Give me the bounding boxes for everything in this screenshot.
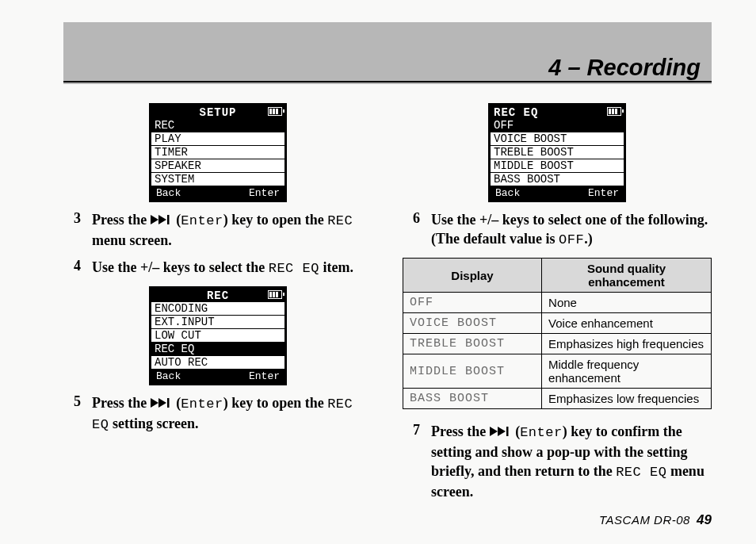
page-number: 49 xyxy=(697,512,712,527)
fast-forward-icon xyxy=(151,211,173,230)
step-4: 4 Use the +/– keys to select the REC EQ … xyxy=(63,258,372,278)
lcd-item: SYSTEM xyxy=(151,173,284,186)
step-body: Press the (Enter) key to open the REC EQ… xyxy=(92,393,372,435)
svg-rect-5 xyxy=(167,398,170,408)
battery-icon xyxy=(268,290,282,299)
svg-rect-2 xyxy=(167,215,170,224)
cell-desc: Emphasizes low frequencies xyxy=(542,389,712,409)
page-footer: TASCAM DR-08 49 xyxy=(599,512,712,528)
fast-forward-icon xyxy=(490,423,512,442)
table-row: OFFNone xyxy=(403,293,712,313)
step-body: Use the +/– keys to select the REC EQ it… xyxy=(92,258,372,278)
section-banner: 4 – Recording xyxy=(63,22,712,84)
lcd-enter: Enter xyxy=(249,188,280,198)
cell-display: OFF xyxy=(403,293,542,313)
th-desc: Sound quality enhancement xyxy=(542,259,712,293)
lcd-footer: Back Enter xyxy=(491,186,624,200)
cell-desc: None xyxy=(542,293,712,313)
step-6: 6 Use the +/– keys to select one of the … xyxy=(403,210,712,250)
section-title: 4 – Recording xyxy=(548,55,701,81)
step-7: 7 Press the (Enter) key to confirm the s… xyxy=(403,422,712,501)
cell-display: BASS BOOST xyxy=(403,389,542,409)
svg-marker-4 xyxy=(158,398,166,408)
lcd-header: SETUP xyxy=(151,105,284,119)
step-number: 6 xyxy=(403,210,420,250)
table-row: MIDDLE BOOSTMiddle frequency enhancement xyxy=(403,354,712,389)
step-number: 7 xyxy=(403,422,420,501)
battery-icon xyxy=(607,107,621,116)
lcd-item: TREBLE BOOST xyxy=(491,146,624,159)
step-number: 3 xyxy=(63,210,81,250)
menu-name: REC xyxy=(327,213,353,228)
cell-desc: Emphasizes high frequencies xyxy=(542,334,712,354)
lcd-footer: Back Enter xyxy=(151,186,284,200)
fast-forward-icon xyxy=(151,394,173,413)
right-column: REC EQ OFF VOICE BOOST TREBLE BOOST MIDD… xyxy=(403,97,712,492)
svg-marker-3 xyxy=(151,398,158,408)
menu-name: REC EQ xyxy=(616,465,666,480)
lcd-footer: Back Enter xyxy=(151,370,284,383)
lcd-item: AUTO REC xyxy=(151,356,284,370)
lcd-title: REC EQ xyxy=(494,107,538,118)
lcd-receq: REC EQ OFF VOICE BOOST TREBLE BOOST MIDD… xyxy=(488,103,626,202)
lcd-rec: REC ENCODING EXT.INPUT LOW CUT REC EQ AU… xyxy=(149,286,287,385)
lcd-item: VOICE BOOST xyxy=(491,132,624,146)
cell-display: TREBLE BOOST xyxy=(403,334,542,354)
lcd-item: ENCODING xyxy=(151,302,284,316)
lcd-item: TIMER xyxy=(151,146,284,159)
left-column: SETUP REC PLAY TIMER SPEAKER SYSTEM Back… xyxy=(63,97,372,492)
lcd-setup: SETUP REC PLAY TIMER SPEAKER SYSTEM Back… xyxy=(149,103,287,202)
lcd-item: OFF xyxy=(491,119,624,132)
lcd-item: REC xyxy=(151,119,284,132)
battery-icon xyxy=(268,107,282,116)
table-row: BASS BOOSTEmphasizes low frequencies xyxy=(403,389,712,409)
lcd-header: REC xyxy=(151,289,284,302)
menu-name: REC EQ xyxy=(269,261,319,276)
cell-display: VOICE BOOST xyxy=(403,313,542,334)
lcd-item: LOW CUT xyxy=(151,329,284,343)
svg-marker-6 xyxy=(490,427,498,436)
svg-rect-8 xyxy=(506,427,509,436)
cell-desc: Middle frequency enhancement xyxy=(542,354,712,389)
lcd-enter: Enter xyxy=(588,188,619,198)
eq-table: Display Sound quality enhancement OFFNon… xyxy=(403,258,712,409)
th-display: Display xyxy=(403,259,542,293)
svg-marker-7 xyxy=(498,427,506,436)
step-5: 5 Press the (Enter) key to open the REC … xyxy=(63,393,372,435)
product-name: TASCAM DR-08 xyxy=(599,513,690,527)
lcd-back: Back xyxy=(156,188,181,198)
lcd-back: Back xyxy=(495,188,520,198)
lcd-title: REC xyxy=(207,290,229,301)
lcd-enter: Enter xyxy=(249,371,280,381)
cell-desc: Voice enhancement xyxy=(542,313,712,334)
lcd-back: Back xyxy=(156,371,181,381)
key-label: Enter xyxy=(181,213,223,228)
step-body: Press the (Enter) key to open the REC me… xyxy=(92,210,372,250)
default-value: OFF xyxy=(559,232,584,247)
table-header-row: Display Sound quality enhancement xyxy=(403,259,712,293)
lcd-item: SPEAKER xyxy=(151,159,284,173)
step-body: Use the +/– keys to select one of the fo… xyxy=(431,210,712,250)
lcd-header: REC EQ xyxy=(491,105,624,119)
svg-marker-1 xyxy=(158,215,166,224)
lcd-item: REC EQ xyxy=(151,343,284,356)
section-rule xyxy=(63,81,712,82)
step-number: 4 xyxy=(63,258,81,278)
table-row: TREBLE BOOSTEmphasizes high frequencies xyxy=(403,334,712,354)
cell-display: MIDDLE BOOST xyxy=(403,354,542,389)
step-3: 3 Press the (Enter) key to open the REC … xyxy=(63,210,372,250)
lcd-item: MIDDLE BOOST xyxy=(491,159,624,173)
lcd-title: SETUP xyxy=(199,107,236,118)
key-label: Enter xyxy=(520,425,563,440)
lcd-item: PLAY xyxy=(151,132,284,146)
svg-marker-0 xyxy=(151,215,158,224)
lcd-item: BASS BOOST xyxy=(491,173,624,186)
step-body: Press the (Enter) key to confirm the set… xyxy=(431,422,712,501)
step-number: 5 xyxy=(63,393,81,435)
lcd-item: EXT.INPUT xyxy=(151,316,284,329)
table-row: VOICE BOOSTVoice enhancement xyxy=(403,313,712,334)
key-label: Enter xyxy=(181,397,223,412)
